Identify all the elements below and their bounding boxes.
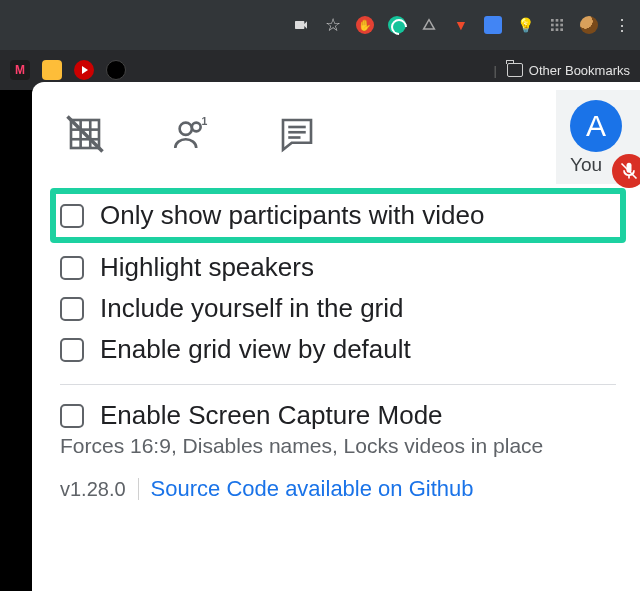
svg-line-14	[68, 117, 103, 152]
divider: |	[493, 63, 496, 78]
bookmark-youtube-icon[interactable]	[74, 60, 94, 80]
divider	[60, 384, 616, 385]
chat-tab[interactable]	[244, 104, 350, 164]
svg-rect-2	[560, 19, 563, 22]
option-label: Enable Screen Capture Mode	[100, 400, 443, 431]
overflow-menu-icon[interactable]: ⋮	[612, 16, 630, 34]
option-label: Enable grid view by default	[100, 334, 411, 365]
checkbox[interactable]	[60, 297, 84, 321]
brave-icon[interactable]: ▼	[452, 16, 470, 34]
bookmark-dark-icon[interactable]	[106, 60, 126, 80]
option-label: Include yourself in the grid	[100, 293, 404, 324]
svg-rect-8	[560, 28, 563, 31]
drive-icon[interactable]	[420, 16, 438, 34]
star-icon[interactable]: ☆	[324, 16, 342, 34]
svg-rect-4	[556, 24, 559, 27]
svg-text:1: 1	[202, 115, 208, 127]
option-screen-capture[interactable]: Enable Screen Capture Mode	[60, 395, 616, 436]
svg-point-15	[180, 123, 192, 135]
adblock-icon[interactable]: ✋	[356, 16, 374, 34]
apps-grid-icon[interactable]	[548, 16, 566, 34]
browser-toolbar: ☆ ✋ ▼ 💡 ⋮	[0, 0, 640, 50]
svg-rect-5	[560, 24, 563, 27]
svg-rect-7	[556, 28, 559, 31]
self-tile[interactable]: A You	[556, 90, 640, 184]
version-label: v1.28.0	[60, 478, 126, 501]
option-label: Highlight speakers	[100, 252, 314, 283]
profile-avatar-icon[interactable]	[580, 16, 598, 34]
lightbulb-icon[interactable]: 💡	[516, 16, 534, 34]
bookmark-myntra-icon[interactable]: M	[10, 60, 30, 80]
you-label: You	[570, 154, 602, 176]
avatar: A	[570, 100, 622, 152]
grammarly-icon[interactable]	[388, 16, 406, 34]
checkbox[interactable]	[60, 256, 84, 280]
svg-rect-6	[551, 28, 554, 31]
option-include-self[interactable]: Include yourself in the grid	[60, 288, 616, 329]
divider	[138, 478, 139, 500]
people-tab[interactable]: 1	[138, 104, 244, 164]
svg-rect-0	[551, 19, 554, 22]
avatar-letter: A	[586, 109, 606, 143]
folder-icon	[507, 63, 523, 77]
option-label: Only show participants with video	[100, 200, 484, 231]
other-bookmarks-button[interactable]: | Other Bookmarks	[493, 63, 630, 78]
option-highlight-speakers[interactable]: Highlight speakers	[60, 247, 616, 288]
panel-footer: v1.28.0 Source Code available on Github	[60, 476, 616, 502]
grid-off-tab[interactable]	[32, 104, 138, 164]
svg-rect-3	[551, 24, 554, 27]
source-code-link[interactable]: Source Code available on Github	[151, 476, 474, 502]
bookmark-ext-icon[interactable]	[484, 16, 502, 34]
other-bookmarks-label: Other Bookmarks	[529, 63, 630, 78]
checkbox[interactable]	[60, 204, 84, 228]
option-enable-default[interactable]: Enable grid view by default	[60, 329, 616, 370]
svg-point-16	[192, 123, 201, 132]
camera-icon[interactable]	[292, 16, 310, 34]
panel-tabs: 1 A You	[32, 90, 640, 178]
grid-view-panel: 1 A You Only show participants with vide…	[32, 82, 640, 591]
option-only-show-video[interactable]: Only show participants with video	[50, 188, 626, 243]
checkbox[interactable]	[60, 338, 84, 362]
checkbox[interactable]	[60, 404, 84, 428]
svg-rect-1	[556, 19, 559, 22]
mic-muted-icon[interactable]	[612, 154, 640, 188]
bookmark-yellow-icon[interactable]	[42, 60, 62, 80]
option-subtext: Forces 16:9, Disables names, Locks video…	[60, 434, 616, 458]
